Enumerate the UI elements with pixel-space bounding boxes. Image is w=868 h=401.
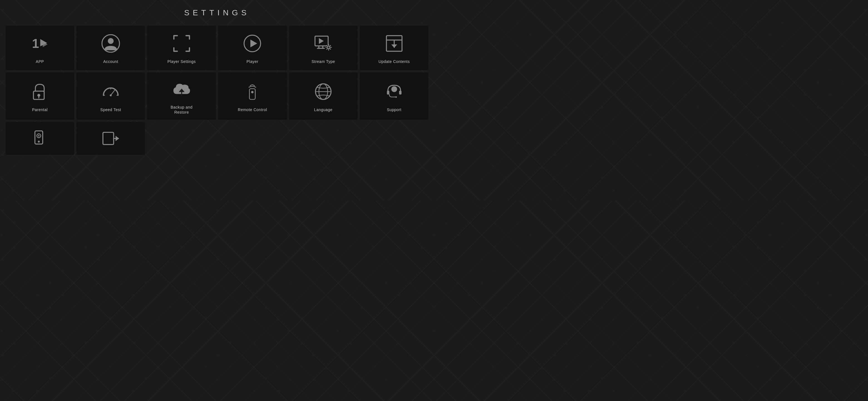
- backup-restore-icon: [170, 78, 193, 100]
- import-icon: [100, 127, 122, 150]
- svg-point-48: [38, 135, 39, 137]
- remote-control-label: Remote Control: [238, 107, 267, 112]
- support-icon: [383, 81, 405, 103]
- remote-control-icon: [241, 81, 264, 103]
- svg-marker-55: [116, 136, 119, 141]
- svg-point-37: [251, 91, 254, 93]
- speed-test-label: Speed Test: [100, 107, 121, 112]
- settings-item-account[interactable]: Account: [76, 26, 145, 70]
- player-settings-label: Player Settings: [167, 59, 196, 64]
- mobile-settings-icon: [29, 127, 51, 150]
- settings-item-row3-1[interactable]: [6, 122, 74, 155]
- svg-marker-6: [250, 39, 257, 47]
- update-contents-icon: [383, 32, 405, 55]
- speed-test-icon: [100, 81, 122, 103]
- svg-point-46: [38, 141, 40, 143]
- settings-item-language[interactable]: Language: [289, 73, 358, 120]
- settings-item-player[interactable]: Player: [218, 26, 287, 70]
- player-label: Player: [247, 59, 258, 64]
- svg-point-44: [395, 96, 397, 98]
- page-title: SETTINGS: [184, 8, 250, 17]
- settings-item-parental[interactable]: Parental: [6, 73, 74, 120]
- settings-item-remote-control[interactable]: Remote Control: [218, 73, 287, 120]
- settings-item-speed-test[interactable]: Speed Test: [76, 73, 145, 120]
- stream-type-label: Stream Type: [312, 59, 335, 64]
- svg-line-18: [327, 46, 328, 46]
- backup-restore-label: Backup and Restore: [170, 105, 192, 115]
- update-contents-label: Update Contents: [378, 59, 410, 64]
- settings-item-row3-2[interactable]: [76, 122, 145, 155]
- settings-grid: 1 APP Account Play: [6, 26, 428, 155]
- stream-type-icon: [312, 32, 334, 55]
- player-icon: [241, 32, 264, 55]
- language-icon: [312, 81, 334, 103]
- account-label: Account: [103, 59, 118, 64]
- app-label: APP: [36, 59, 44, 64]
- parental-label: Parental: [32, 107, 48, 112]
- svg-text:1: 1: [32, 36, 39, 51]
- settings-item-player-settings[interactable]: Player Settings: [147, 26, 216, 70]
- settings-item-stream-type[interactable]: Stream Type: [289, 26, 358, 70]
- svg-point-4: [108, 38, 114, 44]
- svg-line-21: [330, 46, 331, 46]
- svg-marker-25: [391, 44, 397, 48]
- svg-line-32: [111, 90, 115, 95]
- account-icon: [100, 32, 122, 55]
- support-label: Support: [387, 107, 401, 112]
- svg-rect-42: [387, 91, 389, 95]
- parental-icon: [29, 81, 51, 103]
- settings-item-backup-restore[interactable]: Backup and Restore: [147, 73, 216, 120]
- settings-item-update-contents[interactable]: Update Contents: [360, 26, 428, 70]
- svg-rect-36: [250, 89, 255, 100]
- svg-marker-11: [319, 38, 324, 44]
- svg-point-33: [110, 94, 112, 96]
- svg-line-19: [330, 49, 331, 49]
- svg-rect-43: [399, 91, 401, 95]
- svg-line-20: [327, 49, 328, 49]
- app-icon: 1: [29, 32, 51, 55]
- language-label: Language: [314, 107, 333, 112]
- player-settings-icon: [170, 32, 193, 55]
- svg-rect-53: [103, 133, 114, 145]
- svg-point-41: [391, 86, 397, 92]
- settings-item-support[interactable]: Support: [360, 73, 428, 120]
- settings-item-app[interactable]: 1 APP: [6, 26, 74, 70]
